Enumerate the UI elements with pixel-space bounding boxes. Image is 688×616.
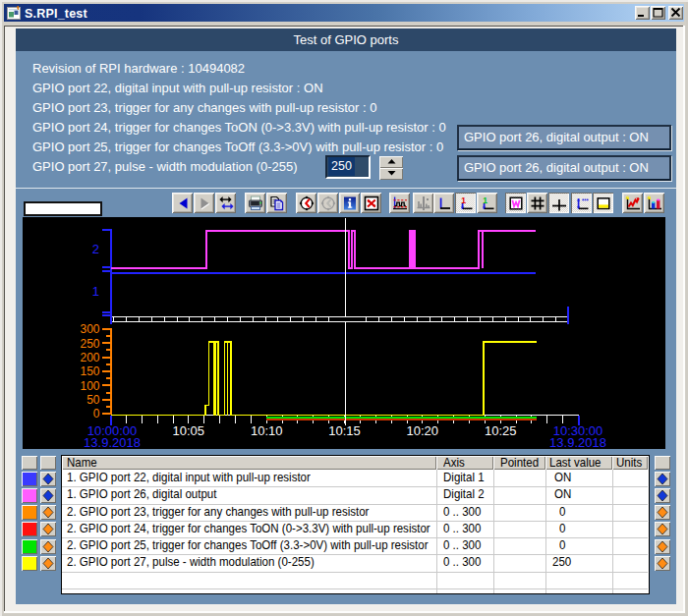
svg-text:200: 200 (80, 350, 99, 364)
svg-text:2: 2 (92, 242, 99, 256)
svg-text:10:25: 10:25 (485, 423, 517, 438)
svg-text:13.9.2018: 13.9.2018 (84, 434, 141, 449)
svg-text:300: 300 (80, 322, 99, 336)
svg-text:10:05: 10:05 (173, 423, 205, 438)
svg-text:0: 0 (93, 407, 100, 420)
svg-text:13.9.2018: 13.9.2018 (549, 434, 606, 449)
svg-text:1: 1 (92, 284, 99, 299)
svg-text:250: 250 (80, 336, 99, 350)
svg-text:150: 150 (80, 364, 99, 378)
svg-text:100: 100 (80, 378, 99, 392)
svg-text:10:20: 10:20 (407, 423, 439, 438)
svg-text:10:15: 10:15 (328, 423, 361, 438)
svg-text:50: 50 (86, 393, 100, 407)
svg-text:10:10: 10:10 (251, 423, 283, 438)
